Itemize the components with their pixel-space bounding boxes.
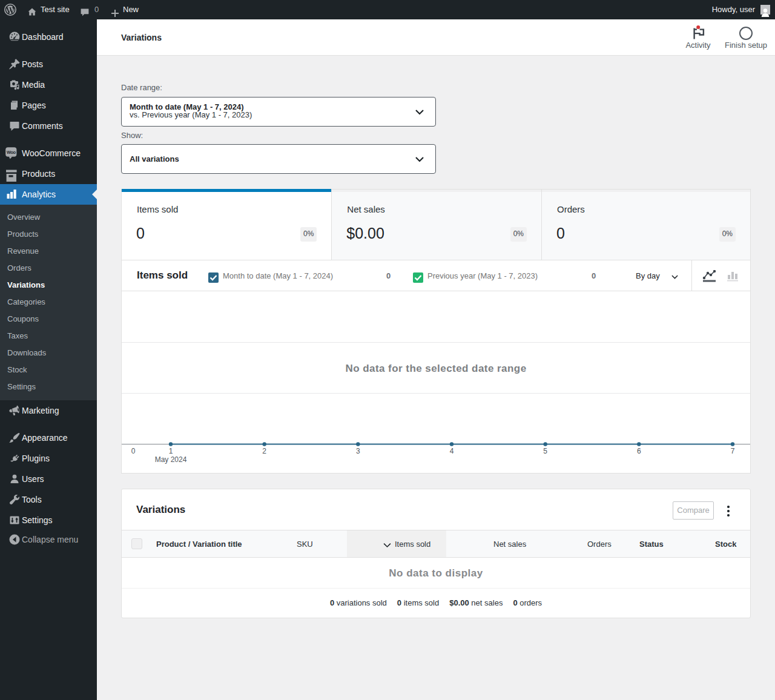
svg-text:1: 1 [169,447,173,455]
svg-text:4: 4 [450,447,454,455]
svg-text:May 2024: May 2024 [155,455,187,464]
svg-text:0: 0 [131,447,136,455]
svg-text:5: 5 [543,447,547,455]
svg-text:2: 2 [262,447,266,455]
svg-text:6: 6 [637,447,641,455]
svg-text:3: 3 [356,447,360,455]
svg-text:Woo: Woo [7,150,16,155]
svg-text:No data for the selected date: No data for the selected date range [345,363,526,374]
svg-text:7: 7 [731,447,735,455]
